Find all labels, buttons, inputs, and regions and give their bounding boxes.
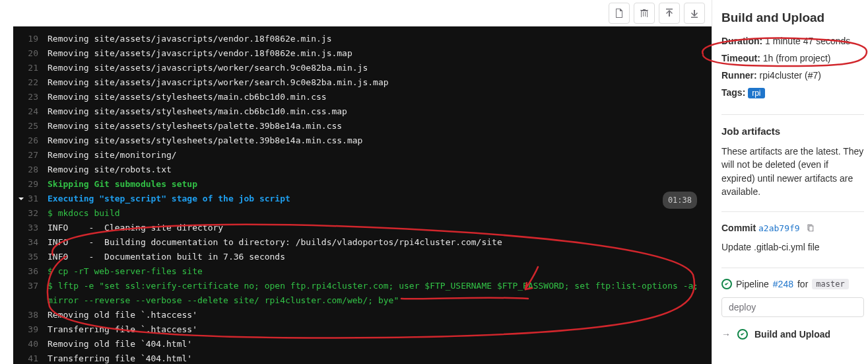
job-sidebar: Build and Upload Duration: 1 minute 47 s…: [712, 0, 868, 364]
duration-line: Duration: 1 minute 47 seconds: [721, 36, 864, 46]
show-raw-button[interactable]: [609, 3, 630, 24]
tags-line: Tags: rpi: [721, 87, 864, 98]
copy-sha-icon[interactable]: [805, 223, 816, 234]
line-text: Removing site/assets/stylesheets/palette…: [48, 119, 704, 133]
tag-badge[interactable]: rpi: [748, 88, 764, 98]
line-number[interactable]: 25: [21, 119, 48, 133]
line-text: Removing old file `.htaccess': [48, 308, 704, 322]
log-line: 19Removing site/assets/javascripts/vendo…: [21, 32, 704, 46]
line-number[interactable]: 21: [21, 61, 48, 75]
line-text: Removing site/assets/javascripts/worker/…: [48, 75, 704, 90]
pipeline-line: Pipeline #248 for master: [721, 279, 864, 289]
log-line: 24Removing site/assets/stylesheets/main.…: [21, 104, 704, 119]
section-duration-pill: 01:38: [663, 192, 697, 209]
line-number[interactable]: 27: [21, 148, 48, 163]
pipeline-num-link[interactable]: #248: [773, 279, 793, 289]
line-text: Removing site/assets/javascripts/worker/…: [48, 61, 704, 75]
arrow-right-icon: →: [721, 329, 731, 340]
line-number[interactable]: 33: [21, 221, 48, 235]
log-line: 34INFO - Building documentation to direc…: [21, 235, 704, 250]
pipeline-label: Pipeline: [736, 279, 769, 289]
line-number[interactable]: 41: [21, 351, 48, 364]
log-line: 32$ mkdocs build: [21, 206, 704, 221]
line-text: INFO - Documentation built in 7.36 secon…: [48, 250, 704, 264]
runner-value: rpi4cluster (#7): [760, 70, 821, 81]
duration-label: Duration:: [721, 36, 762, 46]
line-number[interactable]: 36: [21, 264, 48, 279]
runner-label: Runner:: [721, 70, 757, 81]
svg-rect-1: [691, 17, 698, 18]
timeout-label: Timeout:: [721, 53, 760, 63]
divider: [721, 211, 864, 212]
tags-label: Tags:: [721, 87, 745, 98]
job-breadcrumb: → Build and Upload: [721, 329, 864, 340]
line-number[interactable]: 40: [21, 337, 48, 351]
line-number[interactable]: 28: [21, 163, 48, 177]
line-text: Removing site/monitoring/: [48, 148, 704, 163]
document-icon: [614, 8, 624, 18]
line-text: Removing site/assets/javascripts/vendor.…: [48, 32, 704, 46]
runner-line: Runner: rpi4cluster (#7): [721, 70, 864, 81]
log-line: 38Removing old file `.htaccess': [21, 308, 704, 322]
line-text: Removing site/robots.txt: [48, 163, 704, 177]
line-text: Removing old file `404.html': [48, 337, 704, 351]
line-number[interactable]: 19: [21, 32, 48, 46]
line-number[interactable]: 31: [21, 192, 48, 206]
line-number[interactable]: 39: [21, 322, 48, 337]
line-number[interactable]: 35: [21, 250, 48, 264]
line-text: Removing site/assets/stylesheets/palette…: [48, 133, 704, 148]
duration-value: 1 minute 47 seconds: [765, 36, 850, 46]
stage-select[interactable]: deploy: [721, 297, 864, 317]
line-number[interactable]: 32: [21, 206, 48, 221]
line-text: INFO - Building documentation to directo…: [48, 235, 704, 250]
log-line: 41Transferring file `404.html': [21, 351, 704, 364]
line-text: $ lftp -e "set ssl:verify-certificate no…: [48, 279, 704, 308]
line-text: Removing site/assets/stylesheets/main.cb…: [48, 90, 704, 104]
collapse-chevron-icon[interactable]: [17, 194, 25, 205]
job-name-link[interactable]: Build and Upload: [754, 329, 830, 340]
line-number[interactable]: 34: [21, 235, 48, 250]
log-line: 35INFO - Documentation built in 7.36 sec…: [21, 250, 704, 264]
line-number[interactable]: 29: [21, 177, 48, 192]
line-number[interactable]: 22: [21, 75, 48, 90]
log-line: 26Removing site/assets/stylesheets/palet…: [21, 133, 704, 148]
log-line: 36$ cp -rT web-server-files site: [21, 264, 704, 279]
cancel-button[interactable]: [634, 3, 655, 24]
log-line: 31Executing "step_script" stage of the j…: [21, 192, 704, 206]
branch-pill[interactable]: master: [812, 279, 848, 289]
pipeline-for: for: [797, 279, 808, 289]
arrow-down-icon: [689, 8, 700, 18]
line-number[interactable]: 20: [21, 46, 48, 61]
trash-icon: [639, 8, 650, 18]
svg-rect-0: [666, 9, 673, 10]
log-line: 29Skipping Git submodules setup: [21, 177, 704, 192]
status-passed-icon: [737, 329, 748, 340]
line-number[interactable]: 37: [21, 279, 48, 293]
line-number[interactable]: 24: [21, 104, 48, 119]
log-line: 21Removing site/assets/javascripts/worke…: [21, 61, 704, 75]
log-line: 20Removing site/assets/javascripts/vendo…: [21, 46, 704, 61]
line-text: Removing site/assets/stylesheets/main.cb…: [48, 104, 704, 119]
divider: [721, 114, 864, 115]
log-line: 33INFO - Cleaning site directory: [21, 221, 704, 235]
line-text: Removing site/assets/javascripts/vendor.…: [48, 46, 704, 61]
scroll-top-button[interactable]: [659, 3, 680, 24]
sidebar-title: Build and Upload: [721, 11, 864, 25]
log-line: 39Transferring file `.htaccess': [21, 322, 704, 337]
log-line: 40Removing old file `404.html': [21, 337, 704, 351]
line-text: $ mkdocs build: [48, 206, 704, 221]
job-toolbar: [0, 0, 712, 26]
scroll-bottom-button[interactable]: [684, 3, 705, 24]
job-log: 19Removing site/assets/javascripts/vendo…: [13, 26, 712, 364]
line-number[interactable]: 23: [21, 90, 48, 104]
line-text: Executing "step_script" stage of the job…: [48, 192, 704, 206]
log-line: 22Removing site/assets/javascripts/worke…: [21, 75, 704, 90]
timeout-line: Timeout: 1h (from project): [721, 53, 864, 63]
artifacts-title: Job artifacts: [721, 126, 864, 137]
log-line: 37$ lftp -e "set ssl:verify-certificate …: [21, 279, 704, 308]
commit-sha-link[interactable]: a2ab79f9: [758, 223, 800, 233]
line-number[interactable]: 26: [21, 133, 48, 148]
log-line: 25Removing site/assets/stylesheets/palet…: [21, 119, 704, 133]
line-number[interactable]: 38: [21, 308, 48, 322]
line-text: Skipping Git submodules setup: [48, 177, 704, 192]
